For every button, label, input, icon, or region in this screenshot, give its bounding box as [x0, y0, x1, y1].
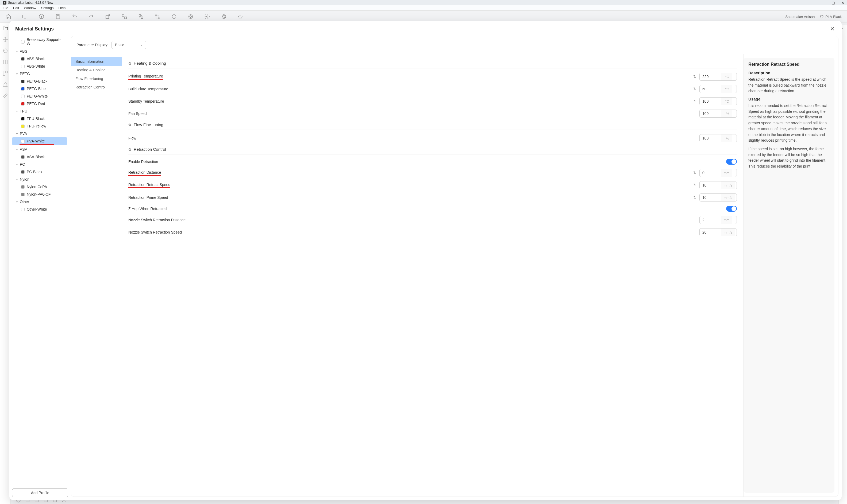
reset-icon[interactable]: ↻ — [693, 183, 697, 187]
tree-item[interactable]: PETG-Black — [12, 77, 67, 85]
tree-item[interactable]: ABS-White — [12, 62, 67, 70]
svg-point-13 — [223, 15, 225, 18]
gear-icon: ✿ — [128, 123, 131, 127]
tree-item[interactable]: TPU-Yellow — [12, 122, 67, 130]
value-input[interactable] — [700, 169, 721, 177]
value-input[interactable] — [700, 194, 721, 201]
tree-item[interactable]: Breakaway Support-W... — [12, 36, 67, 48]
menu-settings[interactable]: Settings — [41, 6, 54, 10]
setting-label: Build Plate Temperature — [128, 87, 691, 91]
tree-item[interactable]: PETG-Red — [12, 100, 67, 107]
setting-input: °C — [700, 97, 737, 105]
reset-icon[interactable]: ↻ — [693, 87, 697, 91]
svg-point-11 — [207, 16, 208, 17]
tree-item[interactable]: Nylon-PA6-CF — [12, 191, 67, 198]
svg-point-9 — [189, 15, 193, 19]
align-icon[interactable] — [121, 14, 127, 19]
add-profile-button[interactable]: Add Profile — [12, 488, 68, 497]
svg-rect-0 — [23, 15, 27, 18]
scale-icon[interactable] — [2, 59, 8, 65]
setting-label: Nozzle Switch Retraction Speed — [128, 230, 697, 234]
reset-icon[interactable]: ↻ — [693, 195, 697, 200]
toggle[interactable] — [726, 159, 737, 165]
tree-item[interactable]: Nylon-CoPA — [12, 183, 67, 191]
category-nav-item[interactable]: Basic Information — [71, 57, 122, 66]
camera-icon[interactable] — [237, 14, 243, 19]
tree-category[interactable]: ABS — [12, 48, 67, 55]
tree-item[interactable]: Other-White — [12, 205, 67, 213]
tree-item[interactable]: PETG-Blue — [12, 85, 67, 92]
color-swatch — [21, 117, 24, 121]
tree-category[interactable]: Other — [12, 198, 67, 205]
tree-item[interactable]: PVA-White — [12, 137, 67, 145]
undo-icon[interactable] — [72, 14, 77, 19]
add-shape-icon[interactable] — [105, 14, 111, 19]
close-icon[interactable]: ✕ — [829, 24, 836, 33]
color-swatch — [21, 193, 24, 196]
tree-category[interactable]: PETG — [12, 70, 67, 77]
value-input[interactable] — [700, 85, 721, 93]
gear-icon[interactable] — [204, 14, 210, 19]
cube-icon[interactable] — [38, 14, 45, 19]
category-nav-item[interactable]: Retraction Control — [71, 83, 122, 91]
menu-file[interactable]: File — [3, 6, 8, 10]
tree-item-label: TPU-Black — [27, 116, 45, 121]
tree-category[interactable]: PVA — [12, 130, 67, 137]
category-nav-item[interactable]: Flow Fine-tuning — [71, 74, 122, 83]
machine-selector[interactable]: Snapmaker Artisan — [785, 15, 815, 19]
material-settings-modal: Material Settings ✕ Breakaway Support-W.… — [10, 21, 842, 500]
close-window-button[interactable]: ✕ — [841, 1, 844, 5]
reset-icon[interactable]: ↻ — [693, 99, 697, 104]
reset-icon[interactable]: ↻ — [693, 170, 697, 175]
home-icon[interactable] — [5, 14, 11, 19]
value-input[interactable] — [700, 110, 721, 117]
move-icon[interactable] — [2, 37, 8, 42]
value-input[interactable] — [700, 181, 721, 189]
menu-help[interactable]: Help — [58, 6, 66, 10]
menu-edit[interactable]: Edit — [13, 6, 19, 10]
rotate-icon[interactable] — [2, 48, 8, 54]
tree-category[interactable]: ASA — [12, 146, 67, 153]
redo-icon[interactable] — [88, 14, 94, 19]
brush-icon[interactable] — [2, 93, 8, 98]
color-swatch — [21, 208, 24, 211]
settings-list[interactable]: ✿Heating & CoolingPrinting Temperature↻°… — [122, 54, 743, 497]
tree-item-label: PETG-Blue — [27, 87, 46, 91]
tree-item[interactable]: ABS-Black — [12, 55, 67, 62]
unit-label: °C — [721, 97, 732, 105]
category-nav-item[interactable]: Heating & Cooling — [71, 66, 122, 74]
reset-icon[interactable]: ↻ — [693, 74, 697, 79]
support-icon[interactable] — [2, 82, 8, 87]
menu-window[interactable]: Window — [24, 6, 36, 10]
value-input[interactable] — [700, 134, 721, 142]
value-input[interactable] — [700, 229, 721, 236]
workspace-icon[interactable] — [22, 14, 28, 19]
maximize-button[interactable]: ▢ — [832, 1, 835, 5]
tree-item[interactable]: TPU-Black — [12, 115, 67, 122]
tree-category[interactable]: Nylon — [12, 176, 67, 183]
minimize-button[interactable]: — — [822, 1, 825, 5]
tree-category[interactable]: TPU — [12, 107, 67, 115]
value-input[interactable] — [700, 73, 721, 80]
transform-icon[interactable] — [155, 14, 160, 19]
value-input[interactable] — [700, 97, 721, 105]
circle-icon[interactable] — [221, 14, 227, 19]
tree-item-label: Nylon-PA6-CF — [27, 192, 51, 196]
save-icon[interactable] — [55, 14, 61, 19]
mirror-icon[interactable] — [171, 14, 177, 19]
unit-label: mm/s — [721, 229, 735, 236]
tree-item[interactable]: PETG-White — [12, 92, 67, 100]
tree-category[interactable]: PC — [12, 161, 67, 168]
layout-icon[interactable] — [2, 70, 8, 76]
group-icon[interactable] — [138, 14, 144, 19]
app-icon: ▲ — [3, 1, 6, 4]
tree-item[interactable]: ASA-Black — [12, 153, 67, 161]
folder-icon[interactable] — [2, 25, 8, 31]
value-input[interactable] — [700, 216, 721, 224]
ring-icon[interactable] — [188, 14, 194, 19]
tree-item[interactable]: PC-Black — [12, 168, 67, 176]
toggle[interactable] — [726, 206, 737, 212]
material-tree[interactable]: Breakaway Support-W...ABSABS-BlackABS-Wh… — [12, 36, 68, 486]
param-display-select[interactable]: Basic — [111, 41, 146, 49]
material-selector[interactable]: PLA-Black — [820, 15, 842, 19]
